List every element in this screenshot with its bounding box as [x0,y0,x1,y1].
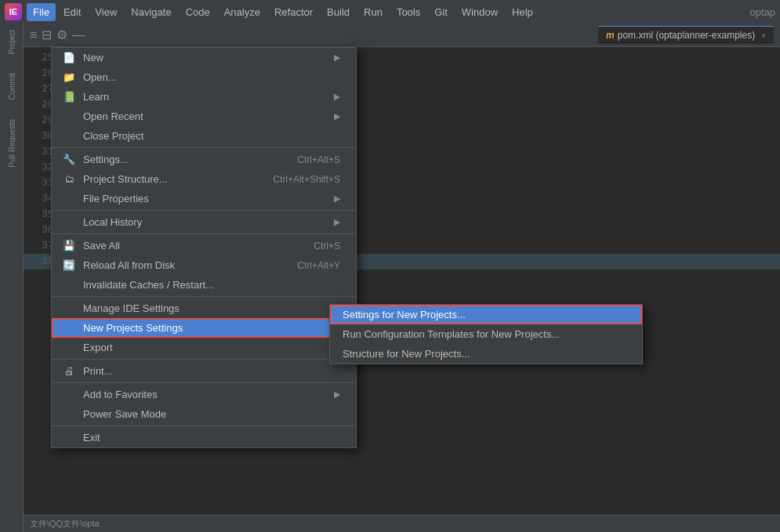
code-line-31: 31 <repository> [24,144,780,160]
menu-code[interactable]: Code [180,3,216,21]
gutter-38: 💡 [63,254,75,270]
line-number: 38 [30,254,53,270]
line-number: 29 [30,113,53,128]
tab-close-button[interactable]: × [761,31,766,40]
code-line-38: 38 💡 <snapshots> [24,254,780,270]
line-number: 25 [30,50,53,66]
code-text: <repository> [75,144,149,160]
code-text: <!-- Included s [75,128,167,144]
gear-icon[interactable]: ⚙ [56,27,67,42]
editor-tab[interactable]: m pom.xml (optaplanner-examples) × [598,26,774,44]
code-text2: fa [130,223,143,238]
menu-navigate[interactable]: Navigate [125,3,177,21]
line-number: 27 [30,81,53,97]
content-area: ≡ ⊟ ⚙ — m pom.xml (optaplanner-examples)… [24,24,780,532]
menu-tools[interactable]: Tools [390,3,426,21]
line-number: 35 [30,207,53,223]
code-line-28: 28 [24,97,780,113]
code-text: es> [75,191,93,207]
status-bar: 文件\QQ文件\opta [24,515,780,532]
gutter-37 [63,243,75,249]
gutter-29 [63,118,75,124]
menu-analyze[interactable]: Analyze [218,3,267,21]
status-path: 文件\QQ文件\opta [30,518,100,530]
code-text2: https:// [106,176,154,191]
code-line-35: 35 et re [24,207,780,223]
code-text: </releases> [75,238,143,254]
line-number: 28 [30,97,53,113]
code-text: <url> [75,176,106,191]
editor-toolbar: ≡ ⊟ ⚙ — m pom.xml (optaplanner-examples)… [24,24,780,47]
code-text: <id> [75,160,100,176]
tab-letter: m [606,30,615,41]
code-line-26: 26 <java.module.na [24,66,780,81]
gutter-31 [63,149,75,155]
code-line-27: 27 </properties> [24,81,780,97]
gutter-27 [63,86,75,92]
sidebar-pr-icon[interactable]: Pull Requests [2,119,22,168]
code-text: et re [75,207,106,223]
code-line-36: 36 <enabled>fa [24,223,780,238]
menu-edit[interactable]: Edit [57,3,87,21]
code-line-29: 29 <repositories> [24,113,780,128]
line-number: 37 [30,238,53,254]
project-name: optap [749,6,775,18]
align2-icon[interactable]: ⊟ [42,27,52,42]
gutter-25 [63,55,75,61]
code-text: </properties> [75,81,154,97]
tab-title: pom.xml (optaplanner-examples) [618,30,755,41]
line-number: 34 [30,191,53,207]
menu-help[interactable]: Help [506,3,539,21]
menu-refactor[interactable]: Refactor [268,3,319,21]
code-text: <properties> [75,50,149,66]
line-number: 30 [30,128,53,144]
menu-build[interactable]: Build [321,3,356,21]
code-text: <snapshots> [75,254,143,270]
sidebar: Project Commit Pull Requests [0,24,24,532]
menu-window[interactable]: Window [455,3,504,21]
code-line-33: 33 <url>https:// [24,176,780,191]
line-number: 36 [30,223,53,238]
code-line-32: 32 <id>jboss-pub [24,160,780,176]
menu-git[interactable]: Git [428,3,454,21]
align-icon[interactable]: ≡ [30,28,37,42]
code-line-25: 25 <properties> [24,50,780,66]
line-number: 33 [30,176,53,191]
code-line-30: 30 <!-- Included s [24,128,780,144]
code-line-34: 34 es> [24,191,780,207]
menu-view[interactable]: View [89,3,123,21]
editor: ≡ ⊟ ⚙ — m pom.xml (optaplanner-examples)… [24,24,780,532]
code-text: <repositories> [75,113,161,128]
line-number: 32 [30,160,53,176]
line-number: 26 [30,66,53,81]
code-text: <enabled> [75,223,130,238]
dash-icon[interactable]: — [72,28,85,42]
menu-file[interactable]: File [27,3,56,21]
code-text2: jboss-pub [100,160,154,176]
line-number: 31 [30,144,53,160]
menu-run[interactable]: Run [357,3,389,21]
menu-bar: IE File Edit View Navigate Code Analyze … [0,0,780,24]
main-area: Project Commit Pull Requests ≡ ⊟ ⚙ — m p… [0,24,780,532]
code-content: 25 <properties> 26 <java.module.na 27 </… [24,47,780,273]
code-text: <java.module.na [75,66,167,81]
sidebar-project-icon[interactable]: Project [2,30,22,54]
code-line-37: 37 </releases> [24,238,780,254]
sidebar-commit-icon[interactable]: Commit [2,73,22,100]
app-icon: IE [5,3,22,20]
toolbar-icons: ≡ ⊟ ⚙ — [30,27,85,42]
